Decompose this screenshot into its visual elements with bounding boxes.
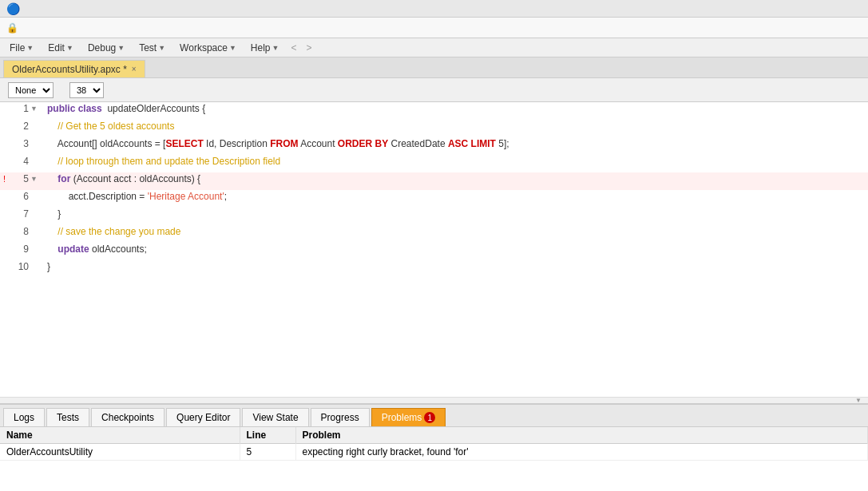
table-row[interactable]: OlderAccountsUtility5expecting right cur… xyxy=(0,444,868,461)
code-coverage-select[interactable]: None xyxy=(8,82,54,98)
bottom-panel: LogsTestsCheckpointsQuery EditorView Sta… xyxy=(0,403,868,491)
code-editor[interactable]: 1▼public class updateOlderAccounts {2 //… xyxy=(0,102,868,397)
lock-icon: 🔒 xyxy=(6,22,18,34)
tab-bar: OlderAccountsUtility.apxc * × xyxy=(0,57,868,78)
bottom-tab-progress[interactable]: Progress xyxy=(311,408,370,426)
code-content-7: } xyxy=(44,208,868,220)
menu-debug[interactable]: Debug ▼ xyxy=(81,41,131,55)
cell-line: 5 xyxy=(240,444,295,461)
code-line-10: 10} xyxy=(0,260,868,278)
token: for xyxy=(57,173,70,184)
line-number-2: 2 xyxy=(13,121,29,132)
code-line-6: 6 acct.Description = 'Heritage Account'; xyxy=(0,190,868,208)
menu-help[interactable]: Help ▼ xyxy=(244,41,286,55)
code-line-7: 7 } xyxy=(0,208,868,225)
scroll-indicator: ▼ xyxy=(0,397,868,403)
cell-name: OlderAccountsUtility xyxy=(0,444,240,461)
token: Id, Description xyxy=(204,138,270,149)
code-content-8: // save the change you made xyxy=(44,225,868,238)
bottom-tab-checkpoints[interactable]: Checkpoints xyxy=(91,408,164,426)
line-number-8: 8 xyxy=(13,226,29,237)
token: LIMIT xyxy=(471,138,496,149)
line-number-4: 4 xyxy=(13,156,29,167)
token: (Account acct : oldAccounts) { xyxy=(70,173,200,184)
token: updateOlderAccounts { xyxy=(107,103,205,114)
file-tab-label: OlderAccountsUtility.apxc * xyxy=(12,64,127,75)
code-content-4: // loop through them and update the Desc… xyxy=(44,155,868,168)
problems-badge: 1 xyxy=(424,412,435,423)
token: // Get the 5 oldest accounts xyxy=(57,121,174,132)
bottom-tab-view-state[interactable]: View State xyxy=(242,408,308,426)
col-problem: Problem xyxy=(295,427,868,444)
fold-icon-5[interactable]: ▼ xyxy=(30,175,38,183)
token xyxy=(47,244,57,255)
line-number-1: 1 xyxy=(13,103,29,114)
menu-bar: File ▼ Edit ▼ Debug ▼ Test ▼ Workspace ▼… xyxy=(0,38,868,57)
file-tab[interactable]: OlderAccountsUtility.apxc * × xyxy=(3,60,145,77)
col-name: Name xyxy=(0,427,240,444)
token: } xyxy=(47,208,61,220)
code-content-2: // Get the 5 oldest accounts xyxy=(44,120,868,133)
token: ASC xyxy=(448,138,468,149)
cell-problem: expecting right curly bracket, found 'fo… xyxy=(295,444,868,461)
api-version-select[interactable]: 38 xyxy=(69,82,104,98)
code-line-9: 9 update oldAccounts; xyxy=(0,243,868,260)
code-content-5: for (Account acct : oldAccounts) { xyxy=(44,172,868,185)
token xyxy=(47,226,57,237)
token: CreatedDate xyxy=(388,138,448,149)
file-tab-close[interactable]: × xyxy=(132,65,137,73)
problems-table: Name Line Problem OlderAccountsUtility5e… xyxy=(0,427,868,491)
line-number-9: 9 xyxy=(13,244,29,255)
bottom-tab-logs[interactable]: Logs xyxy=(3,408,45,426)
code-line-2: 2 // Get the 5 oldest accounts xyxy=(0,120,868,137)
token xyxy=(47,121,57,132)
token: ORDER BY xyxy=(338,138,388,149)
code-line-3: 3 Account[] oldAccounts = [SELECT Id, De… xyxy=(0,137,868,155)
bottom-tab-tests[interactable]: Tests xyxy=(46,408,89,426)
token: SELECT xyxy=(165,138,203,149)
nav-back-button[interactable]: < xyxy=(287,42,300,54)
token: ; xyxy=(224,191,227,202)
line-number-5: 5 xyxy=(13,173,29,184)
token: // save the change you made xyxy=(57,226,180,237)
code-content-10: } xyxy=(44,260,868,273)
address-bar: 🔒 xyxy=(0,18,868,38)
token xyxy=(47,156,57,167)
token: class xyxy=(78,103,102,114)
code-line-8: 8 // save the change you made xyxy=(0,225,868,243)
token: // loop through them and update the Desc… xyxy=(57,156,280,167)
menu-workspace[interactable]: Workspace ▼ xyxy=(173,41,243,55)
token: Account xyxy=(298,138,337,149)
token: acct.Description = xyxy=(47,191,148,202)
code-content-9: update oldAccounts; xyxy=(44,243,868,255)
token: Account[] oldAccounts = [ xyxy=(47,138,165,149)
token: public xyxy=(47,103,75,114)
token xyxy=(47,173,57,184)
token: } xyxy=(47,261,50,272)
col-line: Line xyxy=(240,427,295,444)
bottom-tab-problems[interactable]: Problems1 xyxy=(371,408,446,426)
fold-icon-1[interactable]: ▼ xyxy=(30,105,38,113)
bottom-tab-query-editor[interactable]: Query Editor xyxy=(166,408,240,426)
error-marker-5: ! xyxy=(3,174,11,184)
menu-test[interactable]: Test ▼ xyxy=(133,41,172,55)
nav-forward-button[interactable]: > xyxy=(302,42,315,54)
menu-file[interactable]: File ▼ xyxy=(3,41,40,55)
code-line-1: 1▼public class updateOlderAccounts { xyxy=(0,102,868,120)
code-line-4: 4 // loop through them and update the De… xyxy=(0,155,868,172)
editor-wrapper: 1▼public class updateOlderAccounts {2 //… xyxy=(0,102,868,403)
token: 'Heritage Account' xyxy=(148,191,224,202)
token: oldAccounts; xyxy=(89,244,147,255)
bottom-tabs: LogsTestsCheckpointsQuery EditorView Sta… xyxy=(0,405,868,427)
token: update xyxy=(57,244,89,255)
window-icon: 🔵 xyxy=(6,2,20,15)
title-bar: 🔵 xyxy=(0,0,868,18)
line-number-10: 10 xyxy=(13,261,29,272)
code-content-1: public class updateOlderAccounts { xyxy=(44,102,868,115)
line-number-7: 7 xyxy=(13,208,29,220)
token: FROM xyxy=(270,138,298,149)
token: 5]; xyxy=(496,138,509,149)
menu-edit[interactable]: Edit ▼ xyxy=(42,41,80,55)
toolbar: None 38 xyxy=(0,78,868,102)
code-line-5: !5▼ for (Account acct : oldAccounts) { xyxy=(0,172,868,190)
